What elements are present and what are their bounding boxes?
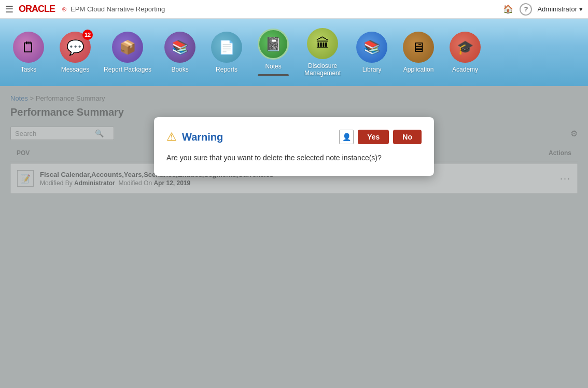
dialog-actions: 👤 Yes No (339, 130, 422, 144)
reports-label: Reports (216, 66, 237, 73)
user-label: Administrator (537, 5, 577, 13)
dialog-title: Warning (182, 131, 339, 143)
nav-item-academy[interactable]: 🎓 Academy (447, 32, 483, 73)
app-title: EPM Cloud Narrative Reporting (71, 5, 165, 13)
notes-label: Notes (265, 63, 281, 70)
application-label: Application (403, 66, 434, 73)
reports-icon-circle: 📄 (211, 32, 242, 63)
tasks-label: Tasks (21, 66, 37, 73)
modal-overlay: ⚠ Warning 👤 Yes No Are you sure that you… (0, 86, 588, 388)
top-bar: ☰ ORACLE ® EPM Cloud Narrative Reporting… (0, 0, 588, 19)
books-label: Books (171, 66, 188, 73)
oracle-logo-super: ® (62, 6, 66, 12)
hamburger-menu[interactable]: ☰ (5, 4, 13, 15)
report-packages-label: Report Packages (104, 66, 151, 73)
nav-item-library[interactable]: 📚 Library (354, 32, 390, 73)
user-menu[interactable]: Administrator ▾ (537, 5, 583, 13)
home-icon[interactable]: 🏠 (502, 3, 514, 16)
books-icon-circle: 📚 (164, 32, 195, 63)
dialog-message: Are you sure that you want to delete the… (166, 153, 422, 163)
nav-item-report-packages[interactable]: 📦 Report Packages (104, 32, 151, 73)
messages-icon-circle: 💬 12 (60, 32, 91, 63)
top-bar-right: 🏠 ? Administrator ▾ (502, 3, 583, 16)
report-packages-icon-circle: 📦 (112, 32, 143, 63)
nav-item-reports[interactable]: 📄 Reports (208, 32, 245, 73)
content-area: Notes > Performance Summary Performance … (0, 86, 588, 388)
oracle-logo: ORACLE (19, 4, 55, 15)
no-button[interactable]: No (393, 130, 422, 144)
messages-badge: 12 (82, 30, 93, 40)
academy-label: Academy (452, 66, 478, 73)
user-icon: 👤 (342, 133, 351, 141)
nav-item-notes[interactable]: 📓 Notes (255, 29, 291, 76)
nav-item-tasks[interactable]: 🗒 Tasks (10, 32, 47, 73)
dialog-header: ⚠ Warning 👤 Yes No (166, 130, 422, 144)
nav-item-application[interactable]: 🖥 Application (400, 32, 437, 73)
disclosure-icon-circle: 🏛 (307, 28, 338, 59)
warning-dialog: ⚠ Warning 👤 Yes No Are you sure that you… (154, 117, 434, 176)
library-label: Library (362, 66, 382, 73)
messages-label: Messages (61, 66, 90, 73)
yes-button[interactable]: Yes (358, 130, 389, 144)
warning-icon: ⚠ (166, 130, 177, 144)
nav-item-disclosure[interactable]: 🏛 Disclosure Management (302, 28, 343, 77)
nav-bar: 🗒 Tasks 💬 12 Messages 📦 Report Packages … (0, 19, 588, 86)
nav-item-messages[interactable]: 💬 12 Messages (57, 32, 93, 73)
tasks-icon-circle: 🗒 (13, 32, 44, 63)
notes-icon-circle: 📓 (258, 29, 289, 60)
library-icon-circle: 📚 (356, 32, 387, 63)
disclosure-label: Disclosure Management (302, 62, 343, 77)
nav-item-books[interactable]: 📚 Books (162, 32, 198, 73)
dialog-user-icon[interactable]: 👤 (339, 130, 354, 144)
user-chevron: ▾ (579, 5, 583, 13)
academy-icon-circle: 🎓 (450, 32, 481, 63)
application-icon-circle: 🖥 (403, 32, 434, 63)
help-icon[interactable]: ? (520, 3, 532, 16)
